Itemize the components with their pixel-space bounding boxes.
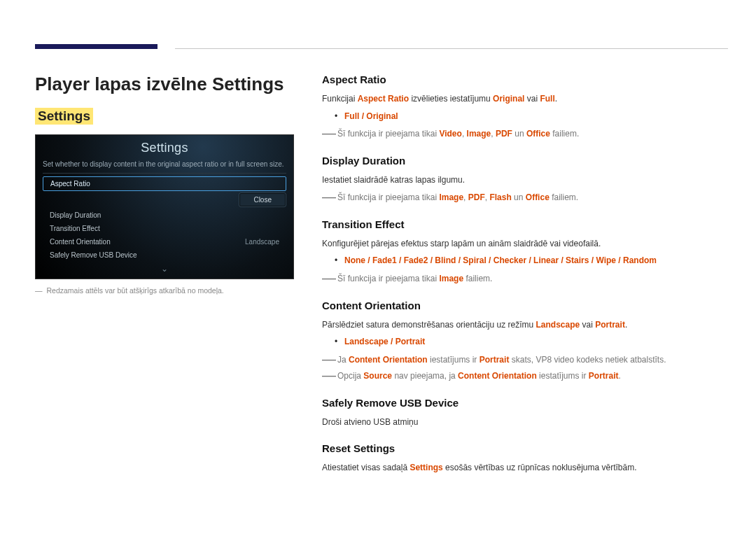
highlighted-subtitle: Settings bbox=[35, 108, 93, 125]
page-title: Player lapas izvēlne Settings bbox=[35, 73, 294, 95]
display-duration-paragraph: Iestatiet slaidrādē katras lapas ilgumu. bbox=[322, 174, 728, 187]
safely-remove-usb-paragraph: Droši atvieno USB atmiņu bbox=[322, 416, 728, 429]
header-rule bbox=[175, 48, 728, 49]
panel-title: Settings bbox=[36, 135, 293, 160]
close-button: Close bbox=[239, 192, 286, 207]
panel-description: Set whether to display content in the or… bbox=[36, 160, 293, 173]
aspect-ratio-options: Full / Original bbox=[337, 110, 728, 123]
right-column: Aspect Ratio Funkcijai Aspect Ratio izvē… bbox=[322, 73, 728, 479]
panel-row-transition-effect: Transition Effect bbox=[43, 222, 286, 235]
heading-aspect-ratio: Aspect Ratio bbox=[322, 73, 728, 85]
header-accent-bar bbox=[35, 44, 158, 49]
settings-panel-screenshot: Settings Set whether to display content … bbox=[35, 134, 294, 279]
chevron-down-icon: ⌄ bbox=[36, 265, 293, 273]
heading-display-duration: Display Duration bbox=[322, 155, 728, 167]
aspect-ratio-note: ― Šī funkcija ir pieejama tikai Video, I… bbox=[322, 127, 728, 141]
option-value: Full / Original bbox=[344, 111, 398, 121]
panel-row-safely-remove-usb: Safely Remove USB Device bbox=[43, 248, 286, 262]
panel-row-label: Transition Effect bbox=[50, 225, 100, 232]
panel-row-content-orientation: Content Orientation Landscape bbox=[43, 235, 286, 248]
option-value: Landscape / Portrait bbox=[344, 337, 425, 346]
content-orientation-options: Landscape / Portrait bbox=[337, 335, 728, 349]
heading-content-orientation: Content Orientation bbox=[322, 300, 728, 311]
transition-effect-note: ― Šī funkcija ir pieejama tikai Image fa… bbox=[322, 272, 728, 286]
reset-settings-paragraph: Atiestatiet visas sadaļā Settings esošās… bbox=[322, 461, 728, 475]
display-duration-note: ― Šī funkcija ir pieejama tikai Image, P… bbox=[322, 191, 728, 204]
panel-row-label: Safely Remove USB Device bbox=[50, 251, 137, 259]
heading-transition-effect: Transition Effect bbox=[322, 218, 728, 230]
heading-reset-settings: Reset Settings bbox=[322, 442, 728, 454]
panel-divider bbox=[43, 173, 286, 174]
left-footnote: ―Redzamais attēls var būt atšķirīgs atka… bbox=[35, 286, 294, 295]
panel-row-display-duration: Display Duration bbox=[43, 209, 286, 222]
left-column: Player lapas izvēlne Settings Settings S… bbox=[35, 73, 294, 479]
content-orientation-note-2: ― Opcija Source nav pieejama, ja Content… bbox=[322, 370, 728, 383]
panel-row-aspect-ratio: Aspect Ratio bbox=[43, 176, 286, 191]
transition-effect-options: None / Fade1 / Fade2 / Blind / Spiral / … bbox=[337, 254, 728, 267]
option-value: None / Fade1 / Fade2 / Blind / Spiral / … bbox=[344, 255, 657, 265]
panel-row-label: Display Duration bbox=[50, 211, 101, 219]
aspect-ratio-paragraph: Funkcijai Aspect Ratio izvēlieties iesta… bbox=[322, 92, 728, 106]
content-orientation-paragraph: Pārslēdziet satura demonstrēšanas orient… bbox=[322, 318, 728, 332]
panel-row-label: Aspect Ratio bbox=[50, 180, 90, 188]
panel-row-value: Landscape bbox=[245, 238, 279, 246]
panel-row-label: Content Orientation bbox=[50, 238, 111, 246]
transition-effect-paragraph: Konfigurējiet pārejas efektus starp lapā… bbox=[322, 237, 728, 251]
content-orientation-note-1: ― Ja Content Orientation iestatījums ir … bbox=[322, 353, 728, 367]
heading-safely-remove-usb: Safely Remove USB Device bbox=[322, 397, 728, 409]
